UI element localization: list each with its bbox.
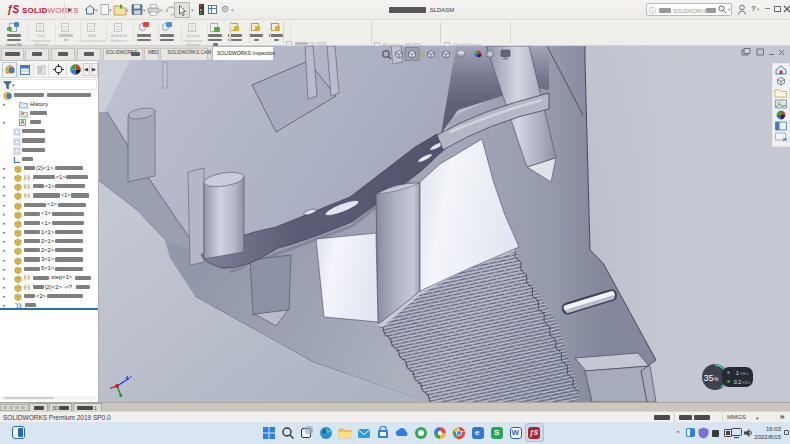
svg-text:1 KB/s: 1 KB/s	[736, 370, 749, 376]
svg-text:%: %	[714, 376, 719, 382]
svg-text:35: 35	[704, 373, 714, 383]
svg-text:0.2 KB/s: 0.2 KB/s	[734, 379, 751, 385]
